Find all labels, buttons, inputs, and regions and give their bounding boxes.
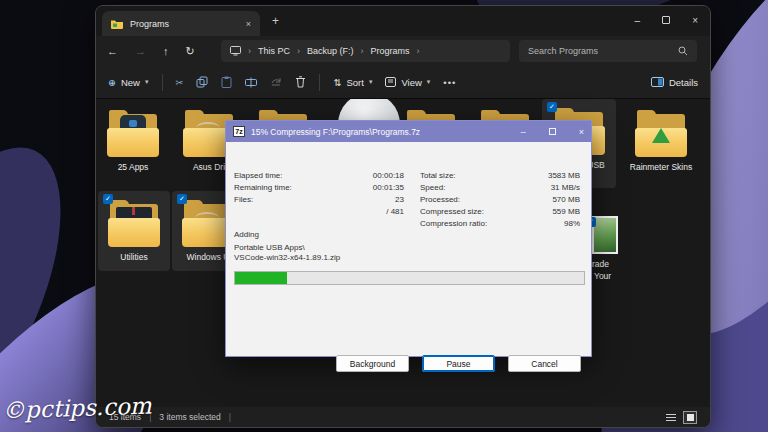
search-box[interactable]: Search Programs: [519, 40, 697, 62]
folder-item-25-apps[interactable]: 25 Apps: [96, 101, 170, 172]
crumb-backup-f[interactable]: Backup (F:): [307, 46, 354, 56]
paste-icon[interactable]: [221, 76, 232, 88]
view-toggles: [665, 411, 697, 424]
image-label-fragment: rade: [592, 259, 632, 269]
large-icons-view-icon[interactable]: [683, 411, 697, 424]
status-bar: 15 items | 3 items selected |: [96, 407, 710, 427]
chevron-icon: ›: [417, 46, 420, 56]
search-icon: [678, 46, 688, 56]
swoosh-icon: [196, 122, 220, 134]
crumb-this-pc[interactable]: This PC: [258, 46, 290, 56]
window-controls: – ×: [635, 9, 698, 31]
folder-label: Utilities: [98, 252, 170, 262]
tab-title: Programs: [130, 19, 169, 29]
pause-button[interactable]: Pause: [422, 355, 495, 372]
dialog-close-icon[interactable]: ×: [579, 127, 584, 137]
chevron-icon: ›: [297, 46, 300, 56]
dialog-title: 15% Compressing F:\Programs\Programs.7z: [251, 127, 420, 137]
dialog-minimize-icon[interactable]: –: [521, 127, 526, 137]
folder-icon: [106, 111, 160, 157]
stats-left: Elapsed time:00:00:18 Remaining time:00:…: [234, 170, 404, 218]
divider: [162, 74, 163, 91]
details-button[interactable]: Details: [651, 77, 698, 88]
progress-bar: [234, 271, 585, 285]
folder-item-rainmeter-skins[interactable]: Rainmeter Skins: [622, 101, 700, 172]
up-icon[interactable]: ↑: [163, 45, 169, 57]
search-placeholder: Search Programs: [528, 46, 598, 56]
folder-item-utilities[interactable]: ✓ Utilities: [98, 191, 170, 271]
view-icon: [385, 77, 396, 87]
close-icon[interactable]: ×: [692, 15, 698, 26]
chevron-down-icon: ▾: [145, 78, 149, 86]
folder-icon: [107, 201, 161, 247]
adding-path: Portable USB Apps\ VSCode-win32-x64-1.89…: [234, 243, 340, 263]
copy-icon[interactable]: [196, 76, 208, 88]
monitor-icon: [230, 46, 241, 56]
command-toolbar: ⊕ New ▾ ✂: [96, 66, 710, 99]
sort-button[interactable]: ⇅ Sort ▾: [333, 77, 372, 88]
sevenzip-progress-dialog: 7z 15% Compressing F:\Programs\Programs.…: [225, 120, 592, 357]
maximize-icon[interactable]: [662, 16, 670, 24]
share-icon[interactable]: [270, 77, 282, 88]
selected-count: 3 items selected: [159, 412, 220, 422]
progress-fill: [235, 272, 287, 284]
chevron-icon: ›: [248, 46, 251, 56]
folder-icon: [111, 19, 123, 29]
sort-arrows-icon: ⇅: [333, 77, 341, 88]
view-button[interactable]: View ▾: [385, 77, 430, 88]
breadcrumb[interactable]: › This PC › Backup (F:) › Programs ›: [221, 40, 510, 62]
cut-icon[interactable]: ✂: [176, 77, 184, 88]
cancel-button[interactable]: Cancel: [508, 355, 581, 372]
checkbox-icon[interactable]: ✓: [547, 102, 557, 112]
tab-close-icon[interactable]: ×: [246, 19, 251, 29]
divider: [319, 74, 320, 91]
details-pane-icon: [651, 77, 664, 87]
adding-label: Adding: [234, 230, 259, 239]
refresh-icon[interactable]: ↻: [186, 45, 195, 58]
more-options-icon[interactable]: •••: [443, 77, 456, 88]
folder-icon: [634, 111, 688, 157]
tab-strip: Programs × + – ×: [96, 6, 710, 36]
rainmeter-triangle-icon: [652, 128, 670, 143]
delete-trash-icon[interactable]: [295, 76, 306, 88]
dialog-maximize-icon[interactable]: [549, 128, 556, 135]
chevron-down-icon: ▾: [427, 78, 431, 86]
back-icon[interactable]: ←: [107, 45, 118, 57]
sevenzip-app-icon: 7z: [233, 126, 245, 137]
details-view-icon[interactable]: [665, 412, 677, 423]
chevron-down-icon: ▾: [369, 78, 373, 86]
forward-icon[interactable]: →: [135, 45, 146, 57]
nav-buttons: ← → ↑ ↻: [107, 45, 212, 58]
folder-label: Rainmeter Skins: [622, 162, 700, 172]
chevron-icon: ›: [361, 46, 364, 56]
rename-icon[interactable]: [245, 77, 257, 88]
minimize-icon[interactable]: –: [635, 15, 641, 26]
watermark: ©pctips.com: [2, 392, 152, 423]
new-tab-button[interactable]: +: [272, 14, 279, 28]
checkbox-icon[interactable]: ✓: [177, 194, 187, 204]
image-label-fragment: Your: [594, 271, 634, 281]
dialog-window-controls: – ×: [521, 127, 584, 137]
background-button[interactable]: Background: [336, 355, 409, 372]
new-button[interactable]: ⊕ New ▾: [108, 77, 149, 88]
dialog-titlebar[interactable]: 7z 15% Compressing F:\Programs\Programs.…: [226, 121, 591, 142]
address-bar: ← → ↑ ↻ › This PC › Backup (F:) › Progra…: [96, 36, 710, 66]
crumb-programs[interactable]: Programs: [371, 46, 410, 56]
folder-label: 25 Apps: [96, 162, 170, 172]
plus-circle-icon: ⊕: [108, 77, 116, 88]
tab-programs[interactable]: Programs ×: [102, 11, 260, 36]
stats-right: Total size:3583 MB Speed:31 MB/s Process…: [420, 170, 580, 230]
checkbox-icon[interactable]: ✓: [103, 194, 113, 204]
desktop: Programs × + – × ← → ↑ ↻: [0, 0, 768, 432]
swoosh-icon: [195, 212, 219, 224]
dialog-body: Elapsed time:00:00:18 Remaining time:00:…: [226, 142, 591, 357]
